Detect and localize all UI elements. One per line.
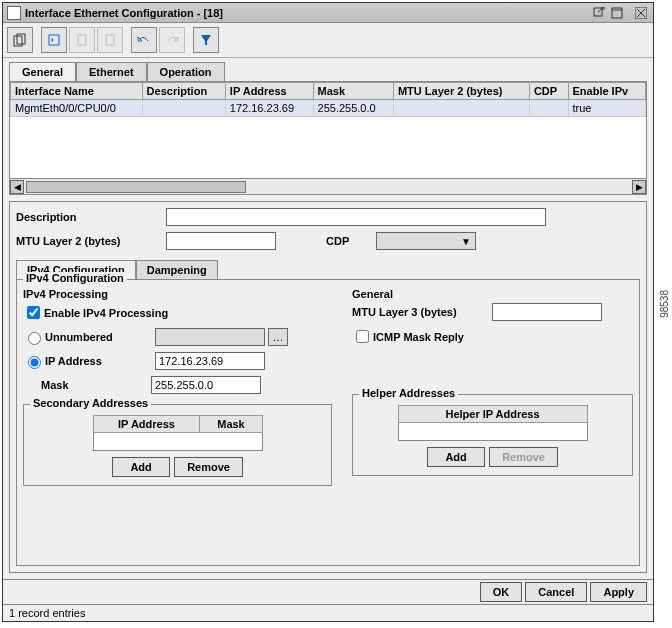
unnumbered-input [155, 328, 265, 346]
scroll-left-icon[interactable]: ◀ [10, 180, 24, 194]
tab-dampening[interactable]: Dampening [136, 260, 218, 279]
helper-add-button[interactable]: Add [427, 447, 485, 467]
secondary-list[interactable] [93, 433, 263, 451]
helper-remove-button: Remove [489, 447, 558, 467]
ipaddress-radio[interactable] [28, 356, 41, 369]
description-label: Description [16, 211, 166, 223]
helper-list[interactable] [398, 423, 588, 441]
sec-mask-col[interactable]: Mask [200, 416, 262, 433]
image-id: 98538 [659, 290, 670, 318]
scroll-thumb[interactable] [26, 181, 246, 193]
tab-ethernet[interactable]: Ethernet [76, 62, 147, 81]
sec-remove-button[interactable]: Remove [174, 457, 243, 477]
sec-add-button[interactable]: Add [112, 457, 170, 477]
col-ip[interactable]: IP Address [225, 83, 313, 100]
table-row[interactable]: MgmtEth0/0/CPU0/0 172.16.23.69 255.255.0… [11, 100, 646, 117]
unnumbered-label: Unnumbered [45, 331, 155, 343]
cdp-label: CDP [326, 235, 376, 247]
col-enipv[interactable]: Enable IPv [568, 83, 646, 100]
mtu3-input[interactable] [492, 303, 602, 321]
svg-marker-12 [201, 35, 211, 45]
doc-icon[interactable] [69, 27, 95, 53]
mtu3-label: MTU Layer 3 (bytes) [352, 306, 492, 318]
detach-icon[interactable] [591, 6, 607, 20]
apply-button[interactable]: Apply [590, 582, 647, 602]
window-icon [7, 6, 21, 20]
cell-mask: 255.255.0.0 [313, 100, 393, 117]
col-ifname[interactable]: Interface Name [11, 83, 143, 100]
svg-rect-9 [49, 35, 59, 45]
cell-ifname: MgmtEth0/0/CPU0/0 [11, 100, 143, 117]
cell-cdp [529, 100, 568, 117]
col-mtu2[interactable]: MTU Layer 2 (bytes) [393, 83, 529, 100]
redo-icon[interactable] [159, 27, 185, 53]
undo-icon[interactable] [131, 27, 157, 53]
general-legend: General [352, 288, 633, 300]
refresh-icon[interactable] [41, 27, 67, 53]
icmp-checkbox[interactable] [356, 330, 369, 343]
cancel-button[interactable]: Cancel [525, 582, 587, 602]
ok-button[interactable]: OK [480, 582, 523, 602]
cdp-select[interactable]: ▼ [376, 232, 476, 250]
tab-operation[interactable]: Operation [147, 62, 225, 81]
helper-legend: Helper Addresses [359, 387, 458, 399]
enable-ipv4-checkbox[interactable] [27, 306, 40, 319]
mask-label: Mask [41, 379, 151, 391]
sec-ip-col[interactable]: IP Address [93, 416, 200, 433]
svg-rect-11 [106, 35, 114, 45]
col-cdp[interactable]: CDP [529, 83, 568, 100]
cell-ip: 172.16.23.69 [225, 100, 313, 117]
tab-general[interactable]: General [9, 62, 76, 81]
enable-ipv4-label: Enable IPv4 Processing [44, 307, 168, 319]
window-title: Interface Ethernet Configuration - [18] [25, 7, 591, 19]
description-input[interactable] [166, 208, 546, 226]
ipv4-legend: IPv4 Configuration [23, 272, 127, 284]
filter-icon[interactable] [193, 27, 219, 53]
ipaddress-label: IP Address [45, 355, 155, 367]
ipaddress-input[interactable] [155, 352, 265, 370]
secondary-legend: Secondary Addresses [30, 397, 151, 409]
col-desc[interactable]: Description [142, 83, 225, 100]
mtu2-label: MTU Layer 2 (bytes) [16, 235, 166, 247]
mtu2-input[interactable] [166, 232, 276, 250]
ipv4-proc-legend: IPv4 Processing [23, 288, 332, 300]
cell-desc [142, 100, 225, 117]
close-icon[interactable] [633, 6, 649, 20]
doc2-icon[interactable] [97, 27, 123, 53]
unnumbered-radio[interactable] [28, 332, 41, 345]
helper-col[interactable]: Helper IP Address [398, 406, 587, 423]
icmp-label: ICMP Mask Reply [373, 331, 464, 343]
scroll-right-icon[interactable]: ▶ [632, 180, 646, 194]
interface-table[interactable]: Interface Name Description IP Address Ma… [9, 81, 647, 179]
mask-input[interactable] [151, 376, 261, 394]
browse-button[interactable]: … [268, 328, 288, 346]
copy-icon[interactable] [7, 27, 33, 53]
status-bar: 1 record entries [3, 604, 653, 621]
maximize-icon[interactable] [609, 6, 625, 20]
cell-mtu2 [393, 100, 529, 117]
svg-rect-10 [78, 35, 86, 45]
col-mask[interactable]: Mask [313, 83, 393, 100]
table-hscroll[interactable]: ◀ ▶ [9, 179, 647, 195]
cell-enipv: true [568, 100, 646, 117]
